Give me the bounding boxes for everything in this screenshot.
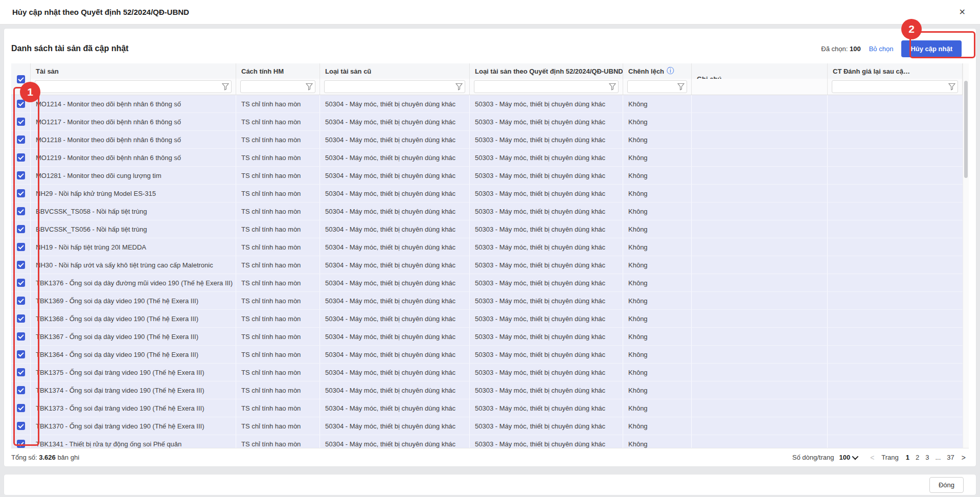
- cell-note: [692, 435, 828, 448]
- page-number[interactable]: 1: [906, 454, 909, 461]
- column-header-old-type[interactable]: Loại tài sản cũ: [320, 63, 470, 79]
- table-row: BBVCSSK_TS056 - Nồi hấp tiệt trùng TS ch…: [11, 220, 963, 238]
- filter-input-old-type[interactable]: [324, 80, 465, 93]
- chevron-down-icon: [852, 454, 859, 460]
- row-checkbox[interactable]: [17, 207, 25, 215]
- filter-input-diff[interactable]: [627, 80, 687, 93]
- cell-asset: TBK1370 - Ống soi đại tràng video 190 (T…: [31, 417, 236, 435]
- table-row: TBK1374 - Ống soi đại tràng video 190 (T…: [11, 381, 963, 399]
- row-checkbox[interactable]: [17, 422, 25, 430]
- row-checkbox[interactable]: [17, 314, 25, 323]
- row-checkbox[interactable]: [17, 225, 25, 233]
- cell-note: [692, 202, 828, 220]
- cell-note: [692, 310, 828, 327]
- row-checkbox[interactable]: [17, 440, 25, 448]
- cell-method: TS chỉ tính hao mòn: [236, 185, 320, 202]
- cell-diff: Không: [623, 399, 692, 417]
- row-checkbox[interactable]: [17, 404, 25, 412]
- modal-title: Hủy cập nhật theo Quyết định 52/2024/QĐ-…: [12, 8, 189, 16]
- cell-method: TS chỉ tính hao mòn: [236, 435, 320, 448]
- page-number[interactable]: 3: [925, 454, 929, 461]
- cell-note: [692, 274, 828, 291]
- cell-diff: Không: [623, 417, 692, 435]
- info-icon[interactable]: ⓘ: [667, 66, 674, 76]
- table-row: TBK1376 - Ống soi dạ dày đường mũi video…: [11, 274, 963, 292]
- column-header-note[interactable]: Ghi chú: [692, 63, 828, 79]
- page-label: Trang: [881, 454, 898, 461]
- row-checkbox[interactable]: [17, 135, 25, 144]
- cell-method: TS chỉ tính hao mòn: [236, 238, 320, 256]
- cell-note: [692, 185, 828, 202]
- row-checkbox[interactable]: [17, 350, 25, 358]
- row-checkbox[interactable]: [17, 261, 25, 269]
- column-header-asset[interactable]: Tài sản: [31, 63, 236, 79]
- total-records-count: 3.626: [39, 454, 56, 461]
- cell-method: TS chỉ tính hao mòn: [236, 399, 320, 417]
- row-checkbox[interactable]: [17, 279, 25, 287]
- cell-asset: TBK1375 - Ống soi đại tràng video 190 (T…: [31, 364, 236, 381]
- table-row: MO1217 - Monitor theo dõi bệnh nhân 6 th…: [11, 113, 963, 131]
- next-page-icon[interactable]: >: [962, 454, 966, 462]
- table-row: TBK1375 - Ống soi đại tràng video 190 (T…: [11, 364, 963, 381]
- table-row: MO1281 - Monitor theo dõi cung lượng tim…: [11, 167, 963, 185]
- selected-count: 100: [850, 45, 861, 53]
- filter-cell-asset: [31, 79, 236, 95]
- row-checkbox[interactable]: [17, 386, 25, 394]
- filter-cell-old-type: [320, 79, 470, 95]
- column-header-method[interactable]: Cách tính HM: [236, 63, 320, 79]
- cell-old-type: 50304 - Máy móc, thiết bị chuyên dùng kh…: [320, 131, 470, 148]
- table-row: TBK1373 - Ống soi đại tràng video 190 (T…: [11, 399, 963, 417]
- cell-asset: TBK1376 - Ống soi dạ dày đường mũi video…: [31, 274, 236, 291]
- vertical-scrollbar[interactable]: [963, 63, 969, 448]
- table-row: MO1214 - Monitor theo dõi bệnh nhân 6 th…: [11, 95, 963, 113]
- column-header-ct[interactable]: CT Đánh giá lại sau cậ…: [828, 63, 963, 79]
- cell-new-type: 50303 - Máy móc, thiết bị chuyên dùng kh…: [470, 95, 623, 112]
- row-checkbox[interactable]: [17, 171, 25, 179]
- cell-note: [692, 381, 828, 399]
- cell-note: [692, 292, 828, 309]
- deselect-link[interactable]: Bỏ chọn: [869, 45, 894, 53]
- row-checkbox[interactable]: [17, 100, 25, 108]
- row-checkbox[interactable]: [17, 297, 25, 305]
- cell-ct: [828, 167, 963, 184]
- filter-input-new-type[interactable]: [474, 80, 619, 93]
- cancel-update-button[interactable]: Hủy cập nhật: [901, 40, 962, 57]
- page-number[interactable]: 37: [947, 454, 954, 461]
- cell-asset: MO1217 - Monitor theo dõi bệnh nhân 6 th…: [31, 113, 236, 130]
- filter-input-ct[interactable]: [832, 80, 958, 93]
- prev-page-icon[interactable]: <: [870, 454, 874, 462]
- row-checkbox[interactable]: [17, 153, 25, 162]
- cell-note: [692, 328, 828, 345]
- cell-old-type: 50304 - Máy móc, thiết bị chuyên dùng kh…: [320, 310, 470, 327]
- cell-diff: Không: [623, 238, 692, 256]
- cell-new-type: 50303 - Máy móc, thiết bị chuyên dùng kh…: [470, 399, 623, 417]
- cell-asset: MO1214 - Monitor theo dõi bệnh nhân 6 th…: [31, 95, 236, 112]
- row-checkbox[interactable]: [17, 368, 25, 376]
- close-button[interactable]: Đóng: [929, 477, 964, 493]
- cell-method: TS chỉ tính hao mòn: [236, 292, 320, 309]
- filter-input-asset[interactable]: [35, 80, 232, 93]
- column-header-new-type[interactable]: Loại tài sản theo Quyết định 52/2024/QĐ-…: [470, 63, 623, 79]
- cell-method: TS chỉ tính hao mòn: [236, 310, 320, 327]
- dialog-action-bar: Đóng: [4, 475, 976, 495]
- table-row: TBK1369 - Ống soi dạ dày video 190 (Thế …: [11, 292, 963, 310]
- cell-ct: [828, 220, 963, 238]
- select-all-checkbox[interactable]: [17, 75, 25, 83]
- cell-ct: [828, 113, 963, 130]
- column-header-diff[interactable]: Chênh lệch ⓘ: [623, 63, 692, 79]
- row-checkbox[interactable]: [17, 332, 25, 341]
- rows-per-page-label: Số dòng/trang: [792, 454, 834, 461]
- cell-ct: [828, 328, 963, 345]
- page-number: ...: [936, 454, 941, 461]
- filter-input-method[interactable]: [240, 80, 315, 93]
- cell-note: [692, 113, 828, 130]
- rows-per-page-select[interactable]: Số dòng/trang 100: [792, 454, 857, 461]
- row-checkbox[interactable]: [17, 243, 25, 251]
- row-checkbox[interactable]: [17, 189, 25, 197]
- page-number[interactable]: 2: [916, 454, 919, 461]
- asset-list-panel: Danh sách tài sản đã cập nhật Đã chọn: 1…: [4, 29, 976, 466]
- close-icon[interactable]: ✕: [957, 6, 968, 18]
- scrollbar-thumb[interactable]: [964, 81, 968, 178]
- table-row: NH19 - Nồi hấp tiệt trùng 20I MEDDA TS c…: [11, 238, 963, 256]
- row-checkbox[interactable]: [17, 118, 25, 126]
